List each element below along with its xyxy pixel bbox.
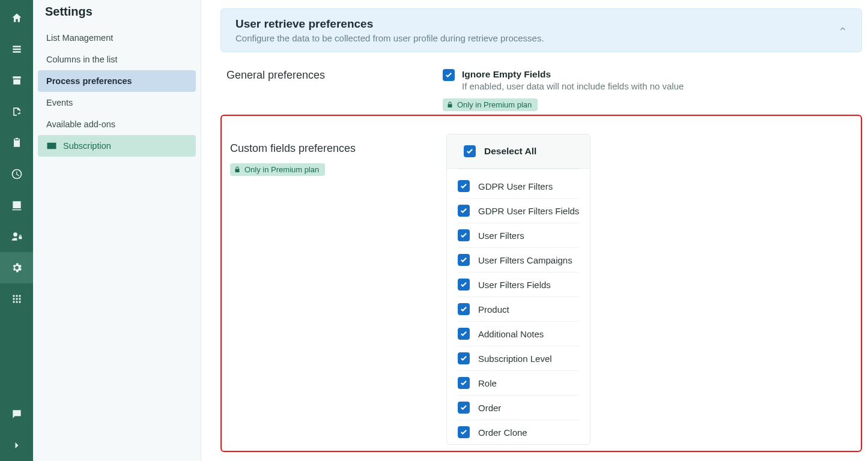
rail-home[interactable] xyxy=(0,2,33,34)
rail-archive[interactable] xyxy=(0,65,33,96)
premium-badge: Only in Premium plan xyxy=(443,98,538,111)
custom-field-label: Order Clone xyxy=(478,427,527,438)
rail-settings[interactable] xyxy=(0,252,33,283)
list-icon xyxy=(11,43,23,55)
card-icon xyxy=(46,142,57,150)
panel-subtitle: Configure the data to be collected from … xyxy=(235,33,544,43)
clock-icon xyxy=(11,168,23,180)
rail-analytics[interactable] xyxy=(0,190,33,221)
icon-rail xyxy=(0,0,33,461)
custom-field-label: Product xyxy=(478,304,509,315)
custom-field-label: GDPR User Filters xyxy=(478,181,553,191)
svg-point-7 xyxy=(16,301,17,303)
custom-field-label: User Filters Campaigns xyxy=(478,255,572,265)
svg-point-8 xyxy=(19,301,20,303)
chevron-up-icon xyxy=(839,25,847,33)
custom-field-label: User Filters Fields xyxy=(478,280,551,290)
home-icon xyxy=(11,12,23,24)
custom-field-row: User Filters Fields xyxy=(458,273,579,297)
custom-field-row: Order xyxy=(458,396,579,420)
svg-point-2 xyxy=(19,295,20,297)
svg-point-0 xyxy=(13,295,14,297)
custom-field-checkbox[interactable] xyxy=(458,352,470,364)
sidebar-item-subscription[interactable]: Subscription xyxy=(38,135,196,157)
clipboard-icon xyxy=(11,137,23,149)
custom-field-checkbox[interactable] xyxy=(458,254,470,266)
custom-fields-highlight: Custom fields preferences Only in Premiu… xyxy=(220,115,862,452)
custom-field-checkbox[interactable] xyxy=(458,402,470,414)
custom-field-row: GDPR User Filters xyxy=(458,174,579,199)
custom-field-label: Additional Notes xyxy=(478,329,544,339)
custom-field-row: Order Clone xyxy=(458,420,579,444)
custom-field-row: Role xyxy=(458,371,579,396)
main-content: User retrieve preferences Configure the … xyxy=(201,0,868,461)
rail-clipboard[interactable] xyxy=(0,127,33,158)
rail-import[interactable] xyxy=(0,96,33,127)
custom-field-checkbox[interactable] xyxy=(458,328,470,340)
deselect-all-row: Deselect All xyxy=(447,134,590,169)
ignore-empty-fields-checkbox[interactable] xyxy=(443,69,455,81)
custom-field-checkbox[interactable] xyxy=(458,426,470,438)
lock-icon xyxy=(234,166,241,173)
svg-point-1 xyxy=(16,295,17,297)
sidebar-item-columns[interactable]: Columns in the list xyxy=(38,49,196,70)
custom-field-checkbox[interactable] xyxy=(458,205,470,217)
svg-point-3 xyxy=(13,298,14,300)
custom-field-label: GDPR User Filters Fields xyxy=(478,206,579,216)
lock-icon xyxy=(446,101,454,109)
rail-users[interactable] xyxy=(0,221,33,252)
custom-field-row: Additional Notes xyxy=(458,322,579,346)
analytics-icon xyxy=(11,199,23,211)
general-heading: General preferences xyxy=(226,69,419,82)
rail-apps[interactable] xyxy=(0,283,33,315)
custom-field-label: Role xyxy=(478,378,497,388)
rail-chat[interactable] xyxy=(0,399,33,430)
sidebar-item-list-management[interactable]: List Management xyxy=(38,27,196,49)
custom-heading: Custom fields preferences xyxy=(230,142,422,155)
import-icon xyxy=(11,106,23,118)
custom-field-row: User Filters xyxy=(458,223,579,248)
sidebar-item-label: Subscription xyxy=(63,141,111,151)
sidebar-title: Settings xyxy=(38,0,196,27)
sidebar-item-addons[interactable]: Available add-ons xyxy=(38,113,196,135)
custom-field-list: GDPR User FiltersGDPR User Filters Field… xyxy=(447,169,590,444)
deselect-all-checkbox[interactable] xyxy=(464,145,476,157)
grid-icon xyxy=(11,293,23,305)
custom-field-checkbox[interactable] xyxy=(458,229,470,241)
rail-expand[interactable] xyxy=(0,430,33,461)
info-panel: User retrieve preferences Configure the … xyxy=(220,8,862,52)
custom-field-label: User Filters xyxy=(478,230,524,241)
custom-field-checkbox[interactable] xyxy=(458,303,470,315)
premium-badge-custom: Only in Premium plan xyxy=(230,163,325,176)
svg-point-4 xyxy=(16,298,17,300)
sidebar-item-events[interactable]: Events xyxy=(38,92,196,113)
rail-time[interactable] xyxy=(0,158,33,190)
custom-field-row: User Filters Campaigns xyxy=(458,248,579,273)
svg-point-5 xyxy=(19,298,20,300)
sidebar-nav: List Management Columns in the list Proc… xyxy=(38,27,196,157)
ignore-empty-title: Ignore Empty Fields xyxy=(462,69,684,80)
rail-lists[interactable] xyxy=(0,34,33,65)
panel-collapse-toggle[interactable] xyxy=(839,17,847,35)
users-lock-icon xyxy=(11,230,23,243)
custom-field-checkbox[interactable] xyxy=(458,279,470,291)
custom-field-checkbox[interactable] xyxy=(458,377,470,389)
chevron-right-icon xyxy=(11,439,23,451)
custom-field-label: Subscription Level xyxy=(478,354,552,364)
custom-field-label: Order xyxy=(478,403,501,413)
archive-icon xyxy=(11,74,23,86)
custom-fields-card: Deselect All GDPR User FiltersGDPR User … xyxy=(446,134,590,445)
gear-icon xyxy=(11,262,23,274)
custom-field-checkbox[interactable] xyxy=(458,180,470,192)
deselect-all-label: Deselect All xyxy=(484,146,536,157)
panel-title: User retrieve preferences xyxy=(235,17,544,31)
custom-field-row: Subscription Level xyxy=(458,346,579,371)
custom-field-row: GDPR User Filters Fields xyxy=(458,199,579,223)
ignore-empty-subtitle: If enabled, user data will not include f… xyxy=(462,81,684,91)
settings-sidebar: Settings List Management Columns in the … xyxy=(33,0,201,461)
chat-icon xyxy=(11,408,23,420)
general-preferences-row: General preferences Ignore Empty Fields … xyxy=(220,69,862,111)
sidebar-item-process-preferences[interactable]: Process preferences xyxy=(38,70,196,92)
svg-point-6 xyxy=(13,301,14,303)
custom-field-row: Product xyxy=(458,297,579,322)
